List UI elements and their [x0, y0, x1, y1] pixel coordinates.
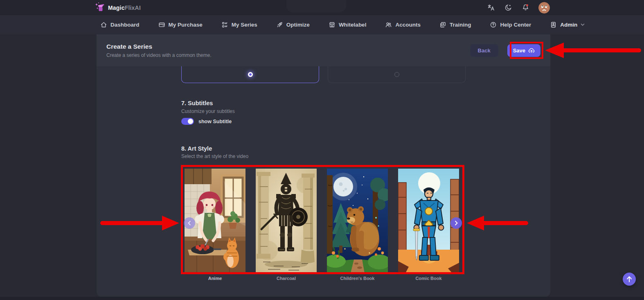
nav-item-whitelabel[interactable]: Whitelabel: [329, 21, 367, 28]
page-bottom-gap: [0, 297, 644, 300]
panel-header: Create a Series Create a series of video…: [97, 34, 550, 66]
id-card-icon: [550, 21, 557, 28]
annotation-arrow-to-save: [545, 43, 639, 58]
nav-item-my-purchase[interactable]: My Purchase: [158, 21, 203, 28]
home-icon: [100, 21, 107, 28]
rocket-icon: [276, 21, 283, 28]
option-card-selected[interactable]: [181, 66, 319, 83]
show-subtitle-toggle-row: show Subtitle: [181, 118, 232, 125]
wallet-icon: [158, 21, 165, 28]
translate-icon[interactable]: [487, 4, 495, 12]
carousel-next-button[interactable]: [450, 217, 462, 229]
art-style-label-comic-book: Comic Book: [398, 276, 459, 281]
radio-selected-icon[interactable]: [248, 72, 253, 77]
nav-item-optimize[interactable]: Optimize: [276, 21, 310, 28]
brand-logo[interactable]: MagicFlixAI: [95, 2, 141, 14]
list-grid-icon: [221, 21, 228, 28]
radio-unselected-icon[interactable]: [394, 72, 399, 77]
topbar: MagicFlixAI: [0, 0, 644, 15]
page-title: Create a Series: [106, 43, 212, 50]
art-style-childrens-book-image[interactable]: [327, 169, 388, 273]
art-style-label-charcoal: Charcoal: [256, 276, 317, 281]
scroll-to-top-button[interactable]: [623, 273, 636, 286]
chevron-right-icon: [454, 221, 459, 226]
art-style-charcoal-image[interactable]: [256, 169, 317, 273]
nav-item-dashboard[interactable]: Dashboard: [100, 21, 140, 28]
brand-name: MagicFlixAI: [108, 5, 141, 11]
art-style-label-anime: Anime: [185, 276, 245, 281]
nav-item-training[interactable]: Training: [439, 21, 471, 28]
main-navigation: Dashboard My Purchase My Series Optimize…: [0, 15, 644, 34]
create-series-panel: Create a Series Create a series of video…: [97, 34, 550, 297]
storefront-icon: [329, 21, 336, 28]
art-style-section-title: 8. Art Style: [181, 145, 212, 152]
users-icon: [385, 21, 392, 28]
magic-hat-logo-icon: [95, 2, 106, 14]
subtitles-section-description: Customize your subtitles: [181, 108, 235, 114]
help-circle-icon: [490, 21, 497, 28]
training-video-icon: [439, 21, 446, 28]
show-subtitle-toggle[interactable]: [181, 118, 194, 125]
option-card-unselected[interactable]: [328, 66, 466, 83]
nav-item-my-series[interactable]: My Series: [221, 21, 257, 28]
notifications-bell-icon[interactable]: [521, 4, 529, 12]
art-style-label-childrens-book: Children's Book: [327, 276, 388, 281]
art-style-section-description: Select the art style of the video: [181, 153, 248, 159]
subtitles-section-title: 7. Subtitles: [181, 100, 213, 106]
nav-item-accounts[interactable]: Accounts: [385, 21, 421, 28]
cloud-upload-icon: [528, 47, 535, 53]
show-subtitle-label: show Subtitle: [198, 119, 232, 124]
chevron-down-icon: [581, 23, 585, 26]
user-avatar[interactable]: [538, 2, 550, 14]
carousel-prev-button[interactable]: [184, 217, 195, 229]
back-button[interactable]: Back: [470, 44, 498, 57]
toggle-knob: [188, 119, 193, 124]
topbar-center-decoration: [286, 0, 346, 12]
chevron-left-icon: [187, 221, 192, 226]
dark-mode-moon-icon[interactable]: [504, 4, 512, 12]
nav-item-admin[interactable]: Admin: [550, 21, 585, 28]
nav-item-help-center[interactable]: Help Center: [490, 21, 531, 28]
arrow-up-icon: [626, 276, 632, 282]
page-subtitle: Create a series of videos with a common …: [106, 52, 212, 58]
art-style-comic-book-image[interactable]: [398, 169, 459, 273]
save-button[interactable]: Save: [507, 44, 540, 57]
